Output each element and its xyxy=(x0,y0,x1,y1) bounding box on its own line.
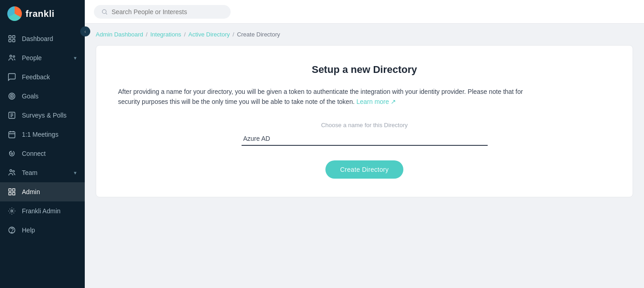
search-icon xyxy=(101,8,108,15)
breadcrumb: Admin Dashboard / Integrations / Active … xyxy=(96,31,633,38)
sidebar-item-feedback[interactable]: Feedback xyxy=(0,67,85,87)
logo: frankli xyxy=(0,0,85,27)
sidebar-item-meetings[interactable]: 1:1 Meetings xyxy=(0,125,85,144)
sidebar-item-team[interactable]: Team ▼ xyxy=(0,163,85,182)
sidebar: frankli ‹ Dashboard People ▼ Feedback xyxy=(0,0,85,288)
connect-icon xyxy=(7,149,16,158)
sidebar-item-label: Admin xyxy=(22,188,40,195)
form-actions: Create Directory xyxy=(118,160,611,179)
breadcrumb-active-directory[interactable]: Active Directory xyxy=(188,31,230,38)
breadcrumb-create-directory: Create Directory xyxy=(237,31,280,38)
svg-rect-1 xyxy=(13,36,15,38)
svg-point-11 xyxy=(11,153,13,154)
surveys-icon xyxy=(7,111,16,120)
logo-text: frankli xyxy=(26,9,55,19)
sidebar-item-connect[interactable]: Connect xyxy=(0,144,85,163)
search-input[interactable] xyxy=(112,8,223,15)
feedback-icon xyxy=(7,72,16,82)
main-content: Admin Dashboard / Integrations / Active … xyxy=(85,0,644,288)
sidebar-item-label: Frankli Admin xyxy=(22,207,61,215)
help-icon xyxy=(7,226,16,235)
sidebar-nav: Dashboard People ▼ Feedback Goals xyxy=(0,27,85,288)
sidebar-item-surveys[interactable]: Surveys & Polls xyxy=(0,106,85,125)
svg-point-14 xyxy=(11,210,13,212)
sidebar-item-label: 1:1 Meetings xyxy=(22,131,58,138)
topbar xyxy=(85,0,644,24)
goals-icon xyxy=(7,92,16,101)
sidebar-item-help[interactable]: Help xyxy=(0,221,85,240)
external-link-icon: ↗ xyxy=(391,98,396,105)
svg-rect-0 xyxy=(9,36,11,38)
create-directory-button[interactable]: Create Directory xyxy=(325,160,403,179)
breadcrumb-admin-dashboard[interactable]: Admin Dashboard xyxy=(96,31,143,38)
directory-name-label: Choose a name for this Directory xyxy=(118,122,611,129)
svg-rect-2 xyxy=(9,40,11,42)
svg-point-8 xyxy=(11,96,12,97)
sidebar-item-frankli-admin[interactable]: Frankli Admin xyxy=(0,201,85,221)
sidebar-item-label: Dashboard xyxy=(22,35,53,42)
svg-point-16 xyxy=(11,232,12,232)
breadcrumb-integrations[interactable]: Integrations xyxy=(150,31,181,38)
sidebar-item-goals[interactable]: Goals xyxy=(0,87,85,106)
page-title: Setup a new Directory xyxy=(118,64,611,76)
directory-name-input[interactable] xyxy=(242,132,488,146)
svg-point-17 xyxy=(102,10,106,14)
sidebar-item-dashboard[interactable]: Dashboard xyxy=(0,29,85,48)
setup-card: Setup a new Directory After providing a … xyxy=(96,45,633,197)
meetings-icon xyxy=(7,130,16,139)
svg-rect-3 xyxy=(13,40,15,42)
sidebar-item-label: People xyxy=(22,54,42,62)
sidebar-item-label: Surveys & Polls xyxy=(22,112,67,119)
sidebar-item-label: Help xyxy=(22,226,35,234)
chevron-down-icon: ▼ xyxy=(73,170,77,175)
logo-icon xyxy=(7,6,22,21)
directory-name-field: Choose a name for this Directory xyxy=(118,122,611,146)
sidebar-item-label: Team xyxy=(22,169,37,176)
breadcrumb-separator-1: / xyxy=(146,31,148,38)
search-box[interactable] xyxy=(94,5,231,19)
svg-point-4 xyxy=(10,55,12,57)
input-wrapper xyxy=(118,132,611,146)
content-area: Admin Dashboard / Integrations / Active … xyxy=(85,24,644,288)
chevron-down-icon: ▼ xyxy=(73,56,77,61)
sidebar-item-label: Goals xyxy=(22,93,39,100)
sidebar-item-label: Connect xyxy=(22,150,46,157)
dashboard-icon xyxy=(7,34,16,43)
svg-rect-10 xyxy=(9,132,15,138)
sidebar-item-admin[interactable]: Admin xyxy=(0,182,85,201)
sidebar-collapse-button[interactable]: ‹ xyxy=(80,26,90,36)
svg-point-12 xyxy=(10,170,12,172)
page-description: After providing a name for your director… xyxy=(118,87,528,107)
svg-point-5 xyxy=(13,56,15,57)
frankli-admin-icon xyxy=(7,206,16,216)
breadcrumb-separator-2: / xyxy=(184,31,186,38)
sidebar-item-people[interactable]: People ▼ xyxy=(0,48,85,67)
svg-point-13 xyxy=(13,170,15,172)
people-icon xyxy=(7,53,16,62)
sidebar-item-label: Feedback xyxy=(22,73,50,81)
breadcrumb-separator-3: / xyxy=(232,31,234,38)
team-icon xyxy=(7,168,16,177)
learn-more-link[interactable]: Learn more ↗ xyxy=(356,98,396,105)
admin-icon xyxy=(7,187,16,196)
